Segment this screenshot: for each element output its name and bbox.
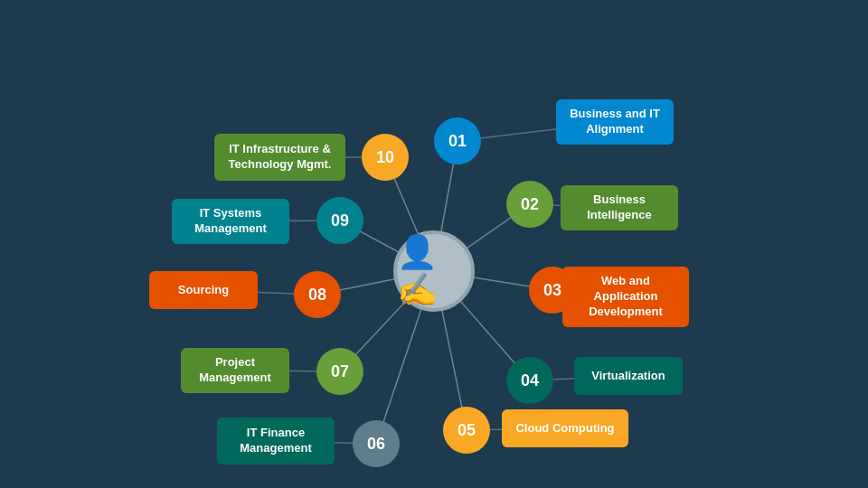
num-circle-07: 07 — [316, 348, 363, 395]
num-circle-09: 09 — [316, 197, 363, 244]
num-circle-08: 08 — [294, 271, 341, 318]
num-circle-02: 02 — [506, 181, 553, 228]
label-box-06: IT Finance Management — [217, 418, 335, 465]
label-box-05: Cloud Computing — [502, 409, 628, 447]
label-box-09: IT Systems Management — [172, 199, 289, 244]
label-box-07: Project Management — [181, 348, 289, 393]
label-box-01: Business and IT Alignment — [556, 99, 674, 145]
label-box-03: Web and Application Development — [562, 267, 689, 327]
num-circle-06: 06 — [353, 420, 400, 467]
label-box-04: Virtualization — [574, 357, 683, 395]
label-box-08: Sourcing — [149, 271, 258, 309]
num-circle-04: 04 — [506, 357, 553, 404]
person-icon: 👤​✍ — [397, 233, 471, 309]
num-circle-05: 05 — [443, 407, 490, 454]
num-circle-10: 10 — [362, 134, 409, 181]
num-circle-01: 01 — [434, 117, 481, 164]
center-circle: 👤​✍ — [393, 230, 475, 312]
label-box-10: IT Infrastructure & Technology Mgmt. — [214, 134, 345, 181]
label-box-02: Business Intelligence — [561, 185, 678, 230]
